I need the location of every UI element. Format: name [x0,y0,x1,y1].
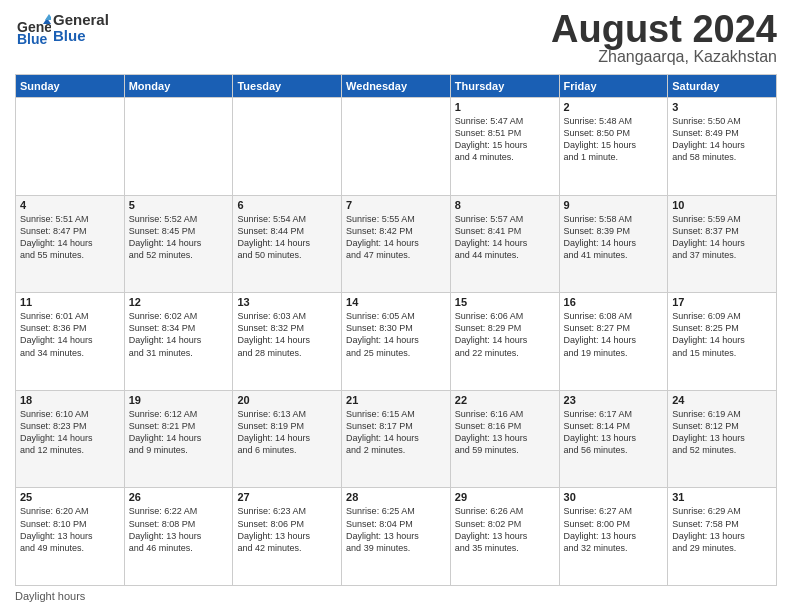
day-cell: 31Sunrise: 6:29 AM Sunset: 7:58 PM Dayli… [668,488,777,586]
footer: Daylight hours [15,590,777,602]
day-number: 13 [237,296,337,308]
subtitle: Zhangaarqa, Kazakhstan [551,48,777,66]
day-info: Sunrise: 6:26 AM Sunset: 8:02 PM Dayligh… [455,505,555,554]
day-number: 19 [129,394,229,406]
day-cell: 25Sunrise: 6:20 AM Sunset: 8:10 PM Dayli… [16,488,125,586]
day-cell [342,98,451,196]
day-number: 22 [455,394,555,406]
day-info: Sunrise: 6:22 AM Sunset: 8:08 PM Dayligh… [129,505,229,554]
header: General Blue General Blue August 2024 Zh… [15,10,777,66]
day-number: 21 [346,394,446,406]
day-number: 16 [564,296,664,308]
day-info: Sunrise: 6:01 AM Sunset: 8:36 PM Dayligh… [20,310,120,359]
day-header-wednesday: Wednesday [342,75,451,98]
day-cell: 24Sunrise: 6:19 AM Sunset: 8:12 PM Dayli… [668,390,777,488]
footer-text: Daylight hours [15,590,85,602]
day-number: 12 [129,296,229,308]
day-number: 9 [564,199,664,211]
day-number: 14 [346,296,446,308]
day-cell: 16Sunrise: 6:08 AM Sunset: 8:27 PM Dayli… [559,293,668,391]
day-info: Sunrise: 5:58 AM Sunset: 8:39 PM Dayligh… [564,213,664,262]
day-info: Sunrise: 5:48 AM Sunset: 8:50 PM Dayligh… [564,115,664,164]
day-cell: 21Sunrise: 6:15 AM Sunset: 8:17 PM Dayli… [342,390,451,488]
day-info: Sunrise: 5:47 AM Sunset: 8:51 PM Dayligh… [455,115,555,164]
day-number: 1 [455,101,555,113]
day-info: Sunrise: 6:05 AM Sunset: 8:30 PM Dayligh… [346,310,446,359]
day-cell: 6Sunrise: 5:54 AM Sunset: 8:44 PM Daylig… [233,195,342,293]
day-info: Sunrise: 6:15 AM Sunset: 8:17 PM Dayligh… [346,408,446,457]
day-info: Sunrise: 6:27 AM Sunset: 8:00 PM Dayligh… [564,505,664,554]
day-number: 4 [20,199,120,211]
calendar-body: 1Sunrise: 5:47 AM Sunset: 8:51 PM Daylig… [16,98,777,586]
page: General Blue General Blue August 2024 Zh… [0,0,792,612]
day-info: Sunrise: 5:59 AM Sunset: 8:37 PM Dayligh… [672,213,772,262]
logo-blue-text: Blue [53,28,109,45]
day-cell: 17Sunrise: 6:09 AM Sunset: 8:25 PM Dayli… [668,293,777,391]
logo: General Blue General Blue [15,10,109,46]
day-info: Sunrise: 6:29 AM Sunset: 7:58 PM Dayligh… [672,505,772,554]
day-number: 17 [672,296,772,308]
title-block: August 2024 Zhangaarqa, Kazakhstan [551,10,777,66]
day-number: 10 [672,199,772,211]
day-cell: 2Sunrise: 5:48 AM Sunset: 8:50 PM Daylig… [559,98,668,196]
day-cell: 3Sunrise: 5:50 AM Sunset: 8:49 PM Daylig… [668,98,777,196]
day-header-sunday: Sunday [16,75,125,98]
day-info: Sunrise: 6:02 AM Sunset: 8:34 PM Dayligh… [129,310,229,359]
day-info: Sunrise: 6:03 AM Sunset: 8:32 PM Dayligh… [237,310,337,359]
day-info: Sunrise: 6:12 AM Sunset: 8:21 PM Dayligh… [129,408,229,457]
day-cell: 8Sunrise: 5:57 AM Sunset: 8:41 PM Daylig… [450,195,559,293]
week-row-3: 11Sunrise: 6:01 AM Sunset: 8:36 PM Dayli… [16,293,777,391]
day-info: Sunrise: 5:52 AM Sunset: 8:45 PM Dayligh… [129,213,229,262]
svg-marker-3 [45,14,51,20]
day-info: Sunrise: 5:57 AM Sunset: 8:41 PM Dayligh… [455,213,555,262]
day-header-monday: Monday [124,75,233,98]
day-number: 31 [672,491,772,503]
week-row-4: 18Sunrise: 6:10 AM Sunset: 8:23 PM Dayli… [16,390,777,488]
day-cell: 15Sunrise: 6:06 AM Sunset: 8:29 PM Dayli… [450,293,559,391]
day-number: 20 [237,394,337,406]
day-header-thursday: Thursday [450,75,559,98]
day-cell: 19Sunrise: 6:12 AM Sunset: 8:21 PM Dayli… [124,390,233,488]
day-number: 15 [455,296,555,308]
day-cell: 23Sunrise: 6:17 AM Sunset: 8:14 PM Dayli… [559,390,668,488]
day-cell: 26Sunrise: 6:22 AM Sunset: 8:08 PM Dayli… [124,488,233,586]
calendar-table: SundayMondayTuesdayWednesdayThursdayFrid… [15,74,777,586]
day-number: 28 [346,491,446,503]
svg-text:Blue: Blue [17,31,48,46]
day-number: 25 [20,491,120,503]
day-number: 2 [564,101,664,113]
day-cell [233,98,342,196]
day-cell: 28Sunrise: 6:25 AM Sunset: 8:04 PM Dayli… [342,488,451,586]
day-info: Sunrise: 6:13 AM Sunset: 8:19 PM Dayligh… [237,408,337,457]
day-cell: 10Sunrise: 5:59 AM Sunset: 8:37 PM Dayli… [668,195,777,293]
header-row: SundayMondayTuesdayWednesdayThursdayFrid… [16,75,777,98]
day-cell: 1Sunrise: 5:47 AM Sunset: 8:51 PM Daylig… [450,98,559,196]
day-number: 24 [672,394,772,406]
day-header-saturday: Saturday [668,75,777,98]
day-cell: 27Sunrise: 6:23 AM Sunset: 8:06 PM Dayli… [233,488,342,586]
day-info: Sunrise: 6:23 AM Sunset: 8:06 PM Dayligh… [237,505,337,554]
day-number: 27 [237,491,337,503]
day-cell: 30Sunrise: 6:27 AM Sunset: 8:00 PM Dayli… [559,488,668,586]
day-cell: 14Sunrise: 6:05 AM Sunset: 8:30 PM Dayli… [342,293,451,391]
day-info: Sunrise: 6:20 AM Sunset: 8:10 PM Dayligh… [20,505,120,554]
day-cell: 4Sunrise: 5:51 AM Sunset: 8:47 PM Daylig… [16,195,125,293]
day-info: Sunrise: 6:19 AM Sunset: 8:12 PM Dayligh… [672,408,772,457]
day-number: 3 [672,101,772,113]
day-info: Sunrise: 6:16 AM Sunset: 8:16 PM Dayligh… [455,408,555,457]
day-cell: 18Sunrise: 6:10 AM Sunset: 8:23 PM Dayli… [16,390,125,488]
day-cell: 7Sunrise: 5:55 AM Sunset: 8:42 PM Daylig… [342,195,451,293]
day-cell: 20Sunrise: 6:13 AM Sunset: 8:19 PM Dayli… [233,390,342,488]
week-row-1: 1Sunrise: 5:47 AM Sunset: 8:51 PM Daylig… [16,98,777,196]
day-number: 8 [455,199,555,211]
logo-general-text: General [53,12,109,29]
day-info: Sunrise: 5:51 AM Sunset: 8:47 PM Dayligh… [20,213,120,262]
day-info: Sunrise: 6:08 AM Sunset: 8:27 PM Dayligh… [564,310,664,359]
day-number: 26 [129,491,229,503]
day-number: 7 [346,199,446,211]
day-cell: 5Sunrise: 5:52 AM Sunset: 8:45 PM Daylig… [124,195,233,293]
calendar-header: SundayMondayTuesdayWednesdayThursdayFrid… [16,75,777,98]
day-cell: 13Sunrise: 6:03 AM Sunset: 8:32 PM Dayli… [233,293,342,391]
day-info: Sunrise: 6:17 AM Sunset: 8:14 PM Dayligh… [564,408,664,457]
week-row-2: 4Sunrise: 5:51 AM Sunset: 8:47 PM Daylig… [16,195,777,293]
